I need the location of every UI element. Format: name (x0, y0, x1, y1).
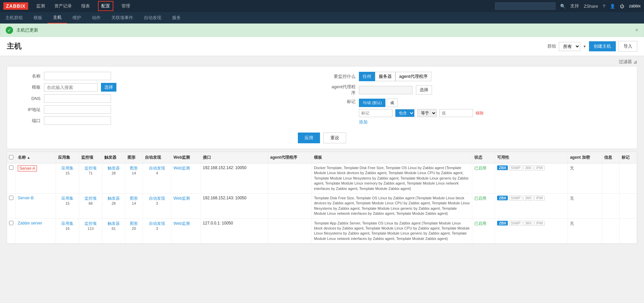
import-button[interactable]: 导入 (619, 41, 637, 52)
host-name-server-b[interactable]: Server-B (18, 196, 34, 200)
zabbix-server-apps-link[interactable]: 应用集 (61, 221, 73, 226)
col-header-agent[interactable]: agent代理程序 (268, 152, 312, 163)
zabbix-server-snmp-badge[interactable]: SNMP (509, 221, 522, 226)
filter-name-input[interactable] (44, 72, 111, 80)
row-checkbox-zabbix-server[interactable] (9, 221, 13, 225)
server-b-discovery-link[interactable]: 自动发现 (149, 196, 165, 201)
server-a-ipmi-badge[interactable]: IPMI (534, 165, 545, 170)
server-a-discovery-link[interactable]: 自动发现 (149, 166, 165, 170)
nav-services[interactable]: 服务 (167, 12, 186, 23)
nav-hosts[interactable]: 主机 (48, 12, 67, 23)
filter-dns-input[interactable] (44, 94, 111, 103)
server-a-apps-link[interactable]: 应用集 (61, 166, 73, 170)
filter-agent-proxy-select-btn[interactable]: 选择 (416, 85, 432, 95)
tag-operator-and-or[interactable]: 与/或 (默认) (359, 99, 385, 107)
filter-template-select-btn[interactable]: 选择 (101, 83, 116, 92)
filter-apply-button[interactable]: 应用 (298, 133, 320, 143)
col-header-availability[interactable]: 可用性 (495, 152, 568, 163)
server-a-graphs-link[interactable]: 图形 (130, 166, 138, 170)
tag-contains-select[interactable]: 包含 (395, 109, 415, 117)
col-header-interface[interactable]: 接口 (201, 152, 268, 163)
host-name-server-a[interactable]: Server-A (18, 165, 37, 171)
row-checkbox-server-a[interactable] (9, 165, 13, 170)
server-b-graphs-link[interactable]: 图形 (130, 196, 138, 201)
user-icon[interactable]: 👤 (610, 4, 615, 9)
tag-equals-select[interactable]: 等于 (417, 109, 437, 117)
server-b-status[interactable]: 已启用 (474, 196, 486, 201)
col-header-discovery[interactable]: 自动发现 (143, 152, 171, 163)
global-search-input[interactable] (495, 2, 555, 10)
server-b-web-link[interactable]: Web监测 (173, 196, 190, 201)
help-icon[interactable]: ? (603, 4, 605, 9)
row-checkbox-server-b[interactable] (9, 196, 13, 200)
server-a-items-link[interactable]: 监控项 (85, 166, 97, 170)
monitor-btn-any[interactable]: 任何 (359, 72, 375, 81)
col-header-name[interactable]: 名称 ▲ (16, 152, 56, 163)
support-link[interactable]: 支持 (570, 3, 579, 9)
nav-item-assets[interactable]: 资产记录 (53, 1, 73, 11)
col-header-graphs[interactable]: 图形 (125, 152, 143, 163)
tag-operator-or[interactable]: 或 (387, 99, 398, 107)
filter-label[interactable]: 过滤器 (619, 59, 632, 65)
nav-item-monitor[interactable]: 监测 (35, 1, 46, 11)
server-b-triggers-link[interactable]: 触发器 (108, 196, 120, 201)
filter-funnel-icon[interactable]: ⊿ (633, 59, 637, 64)
zabbix-server-zbx-badge[interactable]: ZBX (497, 221, 508, 225)
col-header-items[interactable]: 监控项 (79, 152, 102, 163)
nav-item-reports[interactable]: 报表 (80, 1, 91, 11)
group-select[interactable]: 所有 (559, 42, 580, 51)
col-header-triggers[interactable]: 触发器 (102, 152, 125, 163)
select-all-checkbox[interactable] (9, 155, 13, 159)
col-header-status[interactable]: 状态 (472, 152, 495, 163)
server-a-status[interactable]: 已启用 (474, 166, 486, 170)
server-b-apps-link[interactable]: 应用集 (61, 196, 73, 201)
nav-hostgroups[interactable]: 主机群组 (0, 12, 28, 23)
zabbix-server-ipmi-badge[interactable]: IPMI (534, 221, 545, 226)
server-a-zbx-badge[interactable]: ZBX (497, 165, 508, 170)
tag-name-input[interactable] (359, 109, 392, 117)
filter-agent-proxy-input[interactable] (359, 86, 413, 94)
zabbix-server-jmx-badge[interactable]: JMX (523, 221, 533, 226)
server-a-web-link[interactable]: Web监测 (173, 166, 190, 170)
server-b-items-link[interactable]: 监控项 (85, 196, 97, 201)
nav-maintenance[interactable]: 维护 (67, 12, 87, 23)
server-b-snmp-badge[interactable]: SNMP (509, 196, 522, 201)
add-tag-link[interactable]: 添加 (359, 119, 368, 124)
zabbix-server-triggers-link[interactable]: 触发器 (108, 221, 120, 226)
tag-value-input[interactable] (439, 109, 473, 117)
share-link[interactable]: ZShare (584, 4, 598, 9)
create-host-button[interactable]: 创建主机 (589, 41, 616, 51)
tag-remove-button[interactable]: 移除 (476, 110, 484, 116)
nav-item-admin[interactable]: 管理 (120, 1, 131, 11)
monitor-btn-agent[interactable]: agent代理程序 (395, 72, 431, 81)
nav-actions[interactable]: 动作 (87, 12, 106, 23)
search-icon[interactable]: 🔍 (560, 4, 566, 9)
col-header-info[interactable]: 信息 (602, 152, 619, 163)
filter-port-input[interactable] (44, 116, 111, 125)
server-a-snmp-badge[interactable]: SNMP (509, 165, 522, 170)
zabbix-server-status[interactable]: 已启用 (474, 221, 486, 226)
zabbix-logo[interactable]: ZABBIX (3, 2, 28, 10)
filter-reset-button[interactable]: 重设 (323, 133, 346, 143)
zabbix-server-discovery-link[interactable]: 自动发现 (149, 221, 165, 226)
zabbix-server-items-link[interactable]: 监控项 (85, 221, 97, 226)
logout-icon[interactable]: ⏻ (620, 4, 624, 9)
col-header-encrypt[interactable]: agent 加密 (568, 152, 602, 163)
col-header-tags[interactable]: 标记 (619, 152, 637, 163)
server-b-zbx-badge[interactable]: ZBX (497, 196, 508, 200)
alert-close-button[interactable]: × (635, 27, 638, 33)
col-header-apps[interactable]: 应用集 (56, 152, 79, 163)
nav-correlation[interactable]: 关联项事件 (106, 12, 139, 23)
zabbix-server-graphs-link[interactable]: 图形 (130, 221, 138, 226)
zabbix-server-web-link[interactable]: Web监测 (173, 221, 190, 226)
server-a-jmx-badge[interactable]: JMX (523, 165, 533, 170)
filter-template-input[interactable] (44, 83, 98, 92)
host-name-zabbix-server[interactable]: Zabbix server (18, 221, 42, 225)
server-b-ipmi-badge[interactable]: IPMI (534, 196, 545, 201)
nav-discovery[interactable]: 自动发现 (139, 12, 167, 23)
col-header-templates[interactable]: 模板 (312, 152, 472, 163)
nav-item-config[interactable]: 配置 (98, 1, 113, 11)
nav-templates[interactable]: 模板 (28, 12, 48, 23)
server-a-triggers-link[interactable]: 触发器 (108, 166, 120, 170)
monitor-btn-server[interactable]: 服务器 (375, 72, 395, 81)
